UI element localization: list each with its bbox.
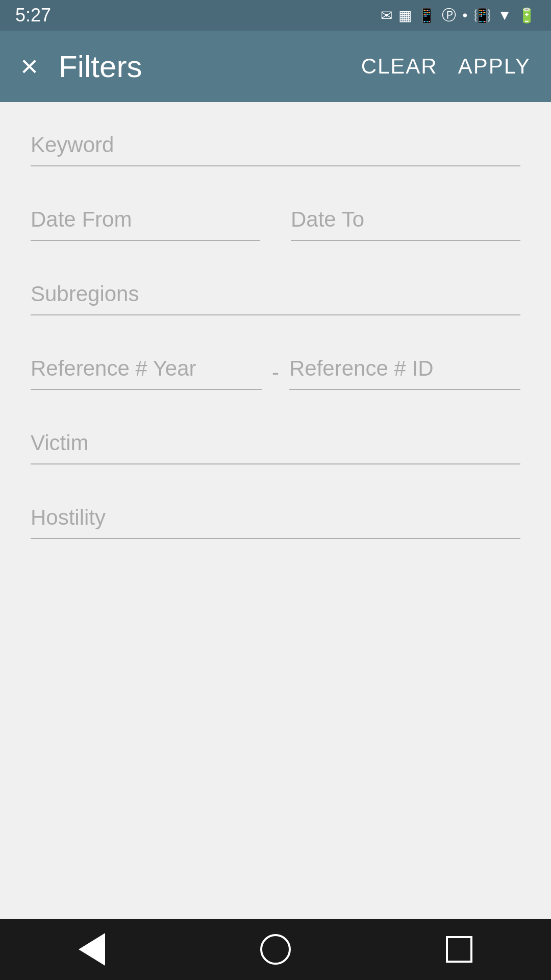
bottom-navigation <box>0 919 551 980</box>
apply-button[interactable]: APPLY <box>458 54 531 79</box>
status-bar: 5:27 ✉ ▦ 📱 Ⓟ • 📳 ▼ 🔋 <box>0 0 551 31</box>
parking-icon: Ⓟ <box>442 6 456 25</box>
battery-icon: 🔋 <box>518 7 536 24</box>
reference-id-field <box>289 346 520 390</box>
main-content: - <box>0 102 551 590</box>
close-button[interactable]: × <box>20 51 38 82</box>
app-bar-actions: CLEAR APPLY <box>361 54 531 79</box>
clear-button[interactable]: CLEAR <box>361 54 438 79</box>
date-to-field <box>291 197 520 241</box>
keyword-field <box>31 122 520 166</box>
reference-separator: - <box>272 360 279 390</box>
reference-row: - <box>31 346 520 390</box>
dot-icon: • <box>462 7 467 23</box>
victim-input[interactable] <box>31 421 520 464</box>
wifi-icon: ▼ <box>497 7 512 23</box>
back-button[interactable] <box>71 929 112 970</box>
keyword-input[interactable] <box>31 122 520 166</box>
reference-year-input[interactable] <box>31 346 262 390</box>
hostility-field <box>31 495 520 539</box>
reference-year-field <box>31 346 262 390</box>
recents-icon <box>446 936 472 963</box>
victim-field <box>31 421 520 464</box>
date-from-field <box>31 197 260 241</box>
subregions-field <box>31 272 520 315</box>
date-row <box>31 197 520 241</box>
date-from-input[interactable] <box>31 197 260 241</box>
calendar-icon: ▦ <box>398 7 412 24</box>
vibrate-icon: 📳 <box>473 7 491 24</box>
phone-icon: 📱 <box>418 7 436 24</box>
home-button[interactable] <box>255 929 296 970</box>
hostility-input[interactable] <box>31 495 520 539</box>
home-icon <box>260 934 291 965</box>
back-icon <box>79 933 105 966</box>
status-icons: ✉ ▦ 📱 Ⓟ • 📳 ▼ 🔋 <box>381 6 536 25</box>
reference-id-input[interactable] <box>289 346 520 390</box>
recents-button[interactable] <box>439 929 480 970</box>
status-time: 5:27 <box>15 5 51 26</box>
page-title: Filters <box>59 49 361 84</box>
app-bar: × Filters CLEAR APPLY <box>0 31 551 102</box>
date-to-input[interactable] <box>291 197 520 241</box>
email-icon: ✉ <box>381 7 392 24</box>
subregions-input[interactable] <box>31 272 520 315</box>
